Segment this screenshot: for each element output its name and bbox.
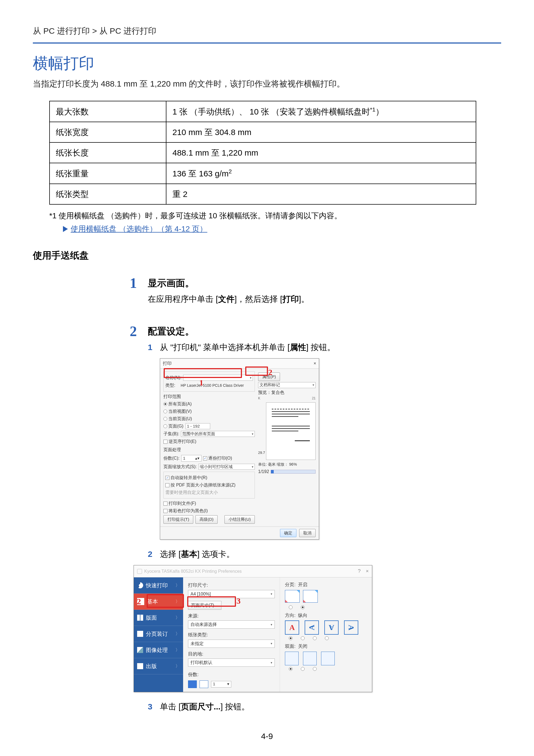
papertype-label: 纸张类型: bbox=[188, 631, 275, 638]
t: 逐份打印(O) bbox=[208, 455, 232, 462]
t: 分页装订 bbox=[146, 630, 168, 638]
chevron-down-icon: ▾ bbox=[250, 376, 251, 380]
close-icon[interactable]: × bbox=[314, 360, 316, 367]
ok-button[interactable]: 确定 bbox=[280, 529, 296, 537]
advanced-button[interactable]: 高级(D) bbox=[195, 515, 217, 524]
scale-select[interactable]: 缩小到可打印区域▾ bbox=[198, 464, 255, 470]
printsize-select[interactable]: A4 [100%]▾ bbox=[188, 590, 275, 598]
pagesize-button[interactable]: 页面尺寸(Z)… bbox=[188, 601, 221, 610]
auto-rotate-check[interactable]: ✓自动旋转并居中(R) bbox=[165, 474, 253, 481]
sidebar: 快速打印 〉 基本 〉 版面 〉 bbox=[134, 578, 183, 692]
radio-curpage[interactable]: 当前页面(U) bbox=[164, 416, 255, 422]
cell-value: 重 2 bbox=[166, 184, 476, 204]
t: 所有页面(A) bbox=[168, 401, 191, 407]
properties-button[interactable]: 属性(P) bbox=[258, 372, 280, 381]
reverse-check[interactable]: 逆页序打印(E) bbox=[164, 438, 255, 445]
sidebar-item-output[interactable]: 出版 〉 bbox=[134, 658, 183, 674]
copies-icon bbox=[188, 680, 197, 688]
dest-select[interactable]: 打印机默认▾ bbox=[188, 659, 275, 667]
papertype-select[interactable]: 未指定▾ bbox=[188, 639, 275, 648]
radio-curview[interactable]: 当前视图(V) bbox=[164, 408, 255, 415]
radio-icon[interactable] bbox=[301, 605, 305, 609]
orient-thumbs: A A A A bbox=[285, 620, 367, 634]
sidebar-item-layout[interactable]: 版面 〉 bbox=[134, 610, 183, 626]
orient-portrait[interactable]: A bbox=[285, 620, 299, 634]
duplex-off[interactable] bbox=[285, 652, 299, 665]
step-desc: 在应用程序中单击 [文件]，然后选择 [打印]。 bbox=[148, 293, 501, 305]
radio-icon[interactable] bbox=[289, 667, 292, 671]
cell-value: 136 至 163 g/m2 bbox=[166, 163, 476, 184]
orient-landscape-180[interactable]: A bbox=[344, 620, 358, 634]
t: 逆页序打印(E) bbox=[168, 438, 196, 445]
page-number: 4-9 bbox=[0, 730, 534, 742]
thumb-off[interactable] bbox=[285, 590, 300, 603]
printer-select[interactable]: ▾ bbox=[183, 375, 253, 381]
t: ] 按钮。 bbox=[220, 702, 250, 711]
sidebar-item-image[interactable]: 图像处理 〉 bbox=[134, 642, 183, 658]
basic-panel: 打印尺寸: A4 [100%]▾ 页面尺寸(Z)… 来源: 自动来源选择▾ 纸张… bbox=[183, 578, 280, 692]
t: 打印机默认 bbox=[191, 659, 213, 666]
duplex-short[interactable] bbox=[321, 652, 335, 665]
fit-pdf-check[interactable]: 按 PDF 页面大小选择纸张来源(Z) bbox=[165, 482, 253, 488]
color-black-check[interactable]: 将彩色打印为黑色(I) bbox=[164, 507, 255, 514]
table-row: 纸张长度 488.1 mm 至 1,220 mm bbox=[50, 143, 476, 163]
orient-portrait-180[interactable]: A bbox=[324, 620, 339, 634]
source-select[interactable]: 自动来源选择▾ bbox=[188, 620, 275, 629]
hint-button[interactable]: 打印提示(T) bbox=[164, 515, 193, 524]
radio-icon[interactable] bbox=[301, 636, 305, 640]
docrec-select[interactable]: 文档和标记▾ bbox=[258, 382, 316, 388]
cancel-button[interactable]: 取消 bbox=[299, 529, 316, 537]
orient-landscape[interactable]: A bbox=[305, 620, 319, 634]
copies-spin[interactable]: 1▾ bbox=[211, 681, 231, 688]
substep-text: 从 "打印机" 菜单中选择本机并单击 [属性] 按钮。 bbox=[160, 341, 335, 353]
radio-icon[interactable] bbox=[325, 636, 329, 640]
radio-icon[interactable] bbox=[301, 667, 305, 671]
close-icon[interactable]: × bbox=[366, 568, 369, 574]
collate-check[interactable]: ✓逐份打印(O) bbox=[203, 455, 232, 462]
page-slider[interactable] bbox=[271, 470, 316, 473]
step-number: 1 bbox=[110, 276, 148, 290]
orient-val: 纵向 bbox=[298, 613, 307, 618]
sidebar-item-booklet[interactable]: 分页装订 〉 bbox=[134, 626, 183, 642]
duplex-val: 关闭 bbox=[298, 644, 307, 649]
t: 打印到文件(F) bbox=[168, 500, 196, 507]
dest-label: 目的地: bbox=[188, 651, 275, 658]
cell-label: 纸张宽度 bbox=[50, 122, 166, 143]
radio-icon[interactable] bbox=[289, 636, 292, 640]
step-1: 1 显示画面。 在应用程序中单击 [文件]，然后选择 [打印]。 bbox=[33, 276, 501, 310]
t-bold: 属性 bbox=[290, 343, 306, 352]
t: 按 PDF 页面大小选择纸张来源(Z) bbox=[170, 482, 235, 488]
t: ]，然后选择 [ bbox=[235, 294, 283, 304]
sidebar-item-quick[interactable]: 快速打印 〉 bbox=[134, 578, 183, 594]
substep-number: 2 bbox=[148, 548, 155, 560]
t: 将彩色打印为黑色(I) bbox=[168, 507, 208, 514]
preview-height: 29.7 bbox=[258, 450, 265, 455]
pages-input[interactable]: 1 - 192 bbox=[186, 423, 210, 429]
thumb-on[interactable] bbox=[303, 590, 318, 603]
cell-text: 1 张 （手动供纸）、 10 张 （安装了选购件横幅纸盘时 bbox=[172, 107, 370, 116]
subset-select[interactable]: 范围中的所有页面▾ bbox=[181, 431, 255, 437]
radio-icon[interactable] bbox=[313, 636, 317, 640]
printer-icon bbox=[137, 569, 142, 574]
t: 范围中的所有页面 bbox=[182, 431, 215, 437]
step-title: 配置设定。 bbox=[148, 324, 501, 338]
radio-all[interactable]: 所有页面(A) bbox=[164, 401, 255, 407]
footnote-link-row: 使用横幅纸盘 （选购件）（第 4-12 页） bbox=[63, 223, 501, 235]
copies-label: 份数(C): bbox=[164, 455, 180, 462]
radio-icon bbox=[164, 402, 167, 406]
banner-tray-link[interactable]: 使用横幅纸盘 （选购件）（第 4-12 页） bbox=[71, 223, 207, 235]
radio-icon[interactable] bbox=[289, 605, 292, 609]
checkbox-icon bbox=[164, 501, 167, 506]
radio-pages[interactable]: 页面(G)1 - 192 bbox=[164, 423, 255, 429]
summary-button[interactable]: 小结注释(U) bbox=[224, 515, 255, 524]
print-dialog-screenshot: 打印 × 名称(N): ▾ bbox=[160, 358, 318, 540]
radio-icon[interactable] bbox=[313, 667, 317, 671]
t: ]。 bbox=[299, 294, 309, 304]
t: 自动旋转并居中(R) bbox=[170, 474, 207, 481]
duplex-long[interactable] bbox=[303, 652, 317, 665]
copies-spin[interactable]: 1▴▾ bbox=[181, 455, 201, 462]
sidebar-item-basic[interactable]: 基本 〉 bbox=[134, 594, 183, 610]
help-icon[interactable]: ? bbox=[358, 568, 361, 574]
step-number: 2 bbox=[110, 324, 148, 338]
print-to-file-check[interactable]: 打印到文件(F) bbox=[164, 500, 255, 507]
